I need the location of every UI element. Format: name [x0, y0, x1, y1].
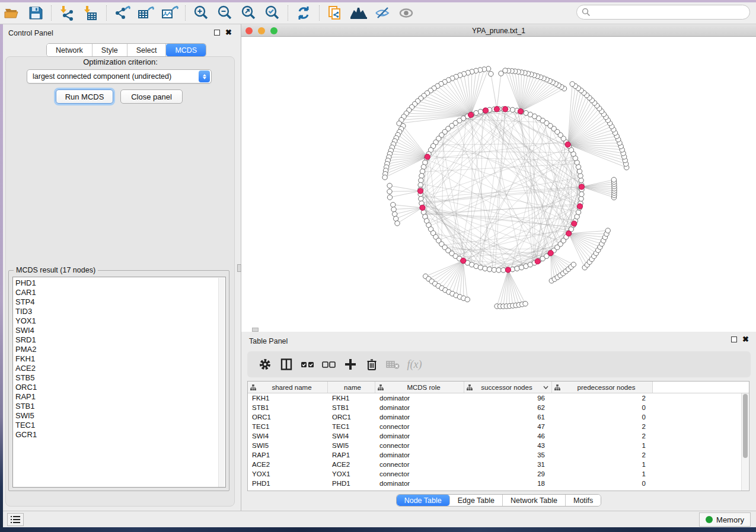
mcds-result-item[interactable]: SWI4 — [15, 326, 225, 335]
mcds-node[interactable] — [535, 259, 540, 264]
cell-predecessor-nodes[interactable]: 0 — [552, 414, 653, 421]
cell-MCDS-role[interactable]: connector — [375, 442, 464, 449]
tab-network[interactable]: Network — [47, 44, 92, 56]
mcds-list-scrollbar[interactable] — [218, 278, 225, 488]
network-node[interactable] — [478, 265, 483, 270]
optimization-criterion-select[interactable]: largest connected component (undirected) — [27, 69, 212, 84]
import-table-icon[interactable] — [81, 4, 101, 22]
network-node[interactable] — [487, 267, 492, 271]
network-node[interactable] — [419, 178, 423, 182]
network-node[interactable] — [391, 207, 396, 211]
cell-shared-name[interactable]: PHD1 — [248, 480, 328, 487]
mcds-result-item[interactable]: CAR1 — [15, 288, 225, 297]
table-row[interactable]: TEC1TEC1connector472 — [248, 422, 749, 431]
network-node[interactable] — [570, 82, 575, 86]
zoom-out-icon[interactable] — [215, 4, 235, 22]
mcds-node[interactable] — [468, 112, 474, 117]
search-input[interactable] — [594, 8, 749, 17]
table-row[interactable]: YOX1YOX1connector291 — [248, 469, 749, 479]
mcds-result-item[interactable]: SRD1 — [15, 335, 225, 345]
close-panel-button[interactable]: Close panel — [120, 89, 183, 104]
cell-predecessor-nodes[interactable]: 0 — [552, 404, 653, 411]
mcds-node[interactable] — [420, 205, 425, 210]
network-node[interactable] — [523, 302, 528, 306]
mcds-node[interactable] — [579, 184, 584, 190]
mcds-node[interactable] — [494, 107, 499, 112]
show-columns-icon[interactable] — [276, 355, 297, 373]
column-header-name[interactable]: name — [328, 382, 375, 393]
tab-network-table[interactable]: Network Table — [503, 495, 566, 506]
network-node[interactable] — [394, 216, 398, 221]
mcds-node[interactable] — [461, 258, 466, 264]
cell-MCDS-role[interactable]: dominator — [375, 404, 464, 411]
mcds-result-item[interactable]: STP4 — [15, 297, 225, 307]
cell-MCDS-role[interactable]: dominator — [375, 432, 464, 440]
mcds-node[interactable] — [565, 142, 570, 147]
cell-name[interactable]: TEC1 — [328, 423, 375, 430]
network-node[interactable] — [578, 174, 583, 178]
network-node[interactable] — [421, 165, 426, 169]
select-all-icon[interactable] — [297, 355, 318, 373]
export-table-icon[interactable] — [136, 4, 156, 22]
cell-MCDS-role[interactable]: connector — [375, 470, 464, 477]
search-field[interactable] — [576, 5, 750, 20]
cell-name[interactable]: ORC1 — [328, 414, 375, 421]
cell-name[interactable]: SWI4 — [328, 432, 375, 440]
refresh-layout-icon[interactable] — [294, 4, 314, 22]
network-node[interactable] — [503, 68, 508, 73]
open-file-icon[interactable] — [2, 4, 22, 22]
cell-successor-nodes[interactable]: 18 — [464, 480, 552, 487]
show-all-icon[interactable] — [396, 4, 416, 22]
column-header-successor-nodes[interactable]: successor nodes — [464, 382, 552, 393]
cell-name[interactable]: ACE2 — [328, 461, 375, 468]
tab-select[interactable]: Select — [127, 44, 167, 56]
mcds-node[interactable] — [417, 188, 423, 194]
cell-predecessor-nodes[interactable]: 0 — [552, 480, 653, 487]
mcds-node[interactable] — [505, 267, 511, 273]
mcds-result-item[interactable]: FKH1 — [15, 354, 225, 364]
cell-name[interactable]: PHD1 — [328, 480, 375, 487]
table-row[interactable]: PHD1PHD1dominator180 — [248, 479, 749, 488]
network-node[interactable] — [418, 182, 423, 187]
cell-shared-name[interactable]: FKH1 — [248, 395, 328, 402]
cell-predecessor-nodes[interactable]: 1 — [552, 470, 653, 477]
mcds-result-item[interactable]: TEC1 — [15, 421, 225, 430]
cell-shared-name[interactable]: TEC1 — [248, 423, 328, 430]
cell-shared-name[interactable]: ORC1 — [248, 414, 328, 421]
cell-predecessor-nodes[interactable]: 1 — [552, 461, 653, 468]
table-row[interactable]: ACE2ACE2connector311 — [248, 460, 749, 469]
mcds-result-listbox[interactable]: PHD1CAR1STP4TID3YOX1SWI4SRD1PMA2FKH1ACE2… — [12, 277, 226, 488]
network-node[interactable] — [419, 174, 424, 178]
horizontal-splitter-grip[interactable] — [252, 328, 259, 332]
float-panel-icon[interactable] — [731, 336, 737, 342]
clone-network-icon[interactable] — [325, 4, 345, 22]
tab-node-table[interactable]: Node Table — [397, 495, 450, 506]
network-node[interactable] — [492, 267, 496, 272]
zoom-fit-icon[interactable] — [238, 4, 259, 22]
cell-successor-nodes[interactable]: 47 — [464, 423, 552, 430]
network-node[interactable] — [605, 228, 610, 233]
close-panel-icon[interactable]: ✖ — [225, 30, 232, 36]
mcds-node[interactable] — [548, 251, 553, 256]
delete-row-icon[interactable] — [361, 355, 382, 373]
cell-name[interactable]: YOX1 — [328, 470, 375, 477]
cell-shared-name[interactable]: SWI4 — [248, 432, 328, 440]
column-header-MCDS-role[interactable]: MCDS role — [375, 382, 464, 393]
network-node[interactable] — [387, 189, 392, 194]
mcds-node[interactable] — [503, 107, 508, 112]
mcds-result-item[interactable]: YOX1 — [15, 316, 225, 326]
settings-icon[interactable] — [254, 355, 276, 373]
task-history-button[interactable] — [7, 513, 24, 526]
network-node[interactable] — [395, 221, 400, 226]
cell-predecessor-nodes[interactable]: 2 — [552, 395, 653, 402]
mcds-result-item[interactable]: SWI5 — [15, 411, 225, 421]
cell-successor-nodes[interactable]: 62 — [464, 404, 552, 411]
mcds-result-item[interactable]: ACE2 — [15, 364, 225, 373]
mcds-result-item[interactable]: STB1 — [15, 402, 225, 411]
cell-predecessor-nodes[interactable]: 1 — [552, 442, 653, 449]
network-node[interactable] — [515, 266, 519, 271]
network-node[interactable] — [496, 268, 501, 273]
import-network-icon[interactable] — [57, 4, 77, 22]
tab-mcds[interactable]: MCDS — [166, 44, 206, 56]
cell-MCDS-role[interactable]: connector — [375, 461, 464, 468]
